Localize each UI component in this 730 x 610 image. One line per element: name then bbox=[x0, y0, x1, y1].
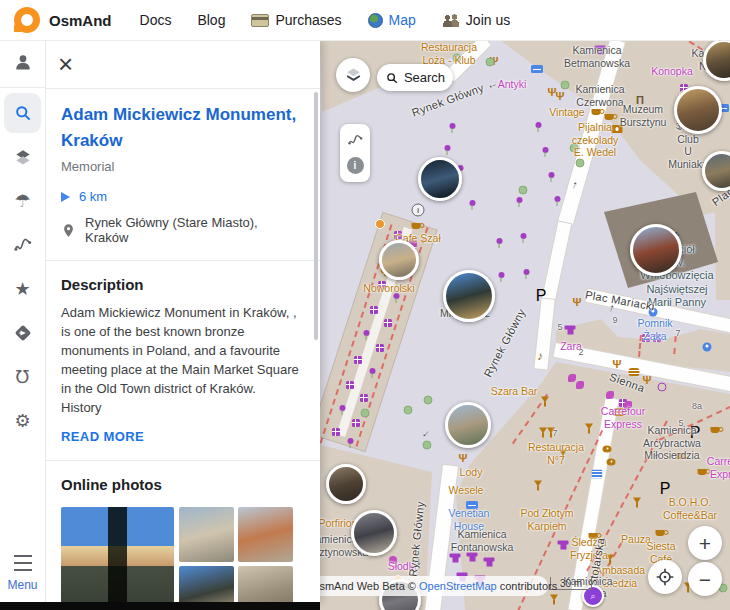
tracks-icon bbox=[13, 235, 33, 255]
sidebar-item-plan-route[interactable]: ℧ bbox=[0, 355, 45, 399]
zoom-in-button[interactable]: + bbox=[688, 526, 722, 560]
sidebar-item-navigation[interactable] bbox=[0, 311, 45, 355]
photo-thumbnail[interactable] bbox=[61, 507, 174, 602]
track-graph-icon[interactable] bbox=[347, 132, 364, 149]
nav-item-label: Docs bbox=[140, 12, 172, 28]
gear-icon: ⚙ bbox=[14, 412, 30, 430]
fork-icon: Ψ bbox=[556, 91, 565, 102]
map-canvas[interactable]: ΨΨΨΨΨΨΨΨΨPPP♪♪♪†Πi→→→→→Restauracja Loża … bbox=[320, 40, 730, 610]
flower-icon bbox=[449, 123, 456, 133]
photo-thumbnail[interactable] bbox=[238, 507, 293, 562]
photo-thumbnail[interactable] bbox=[179, 507, 234, 562]
flower-icon bbox=[520, 233, 527, 243]
flower-icon bbox=[444, 145, 451, 155]
bottom-strip bbox=[0, 602, 320, 610]
map-label: Rynek Główny bbox=[481, 306, 528, 379]
photo-marker[interactable] bbox=[379, 240, 419, 280]
nav-item-docs[interactable]: Docs bbox=[140, 12, 172, 28]
photo-thumbnail[interactable] bbox=[238, 566, 293, 602]
search-icon bbox=[13, 103, 33, 123]
tree-icon bbox=[486, 58, 495, 67]
nav-item-label: Join us bbox=[466, 12, 510, 28]
photo-marker[interactable] bbox=[445, 402, 491, 448]
map-label: Antyki bbox=[498, 78, 527, 91]
flower-icon bbox=[548, 172, 555, 182]
description-heading: Description bbox=[61, 276, 304, 293]
umbrella-icon: ☂ bbox=[14, 192, 30, 210]
info-icon: i bbox=[412, 204, 425, 217]
locate-me-button[interactable] bbox=[648, 560, 682, 594]
panel-scrollbar[interactable] bbox=[314, 92, 318, 340]
map-layers-button[interactable] bbox=[336, 58, 370, 92]
tree-icon bbox=[423, 441, 432, 450]
flower-icon bbox=[542, 147, 549, 157]
flower-icon bbox=[516, 197, 523, 207]
divider bbox=[45, 460, 320, 461]
info-button[interactable]: i bbox=[347, 157, 364, 174]
divider bbox=[45, 260, 320, 261]
nav-item-label: Blog bbox=[197, 12, 225, 28]
online-photos-heading: Online photos bbox=[61, 476, 304, 493]
zoom-out-button[interactable]: − bbox=[688, 562, 722, 596]
photo-marker[interactable] bbox=[326, 464, 366, 504]
sidebar-item-settings[interactable]: ⚙ bbox=[0, 399, 45, 443]
sidebar-item-tracks[interactable] bbox=[0, 223, 45, 267]
brand-name[interactable]: OsmAnd bbox=[49, 12, 112, 29]
openstreetmap-link[interactable]: OpenStreetMap bbox=[419, 580, 497, 592]
sidebar-item-account[interactable] bbox=[0, 40, 45, 84]
layers-icon bbox=[13, 147, 33, 167]
fork-icon: Ψ bbox=[459, 453, 468, 464]
poi-distance: 6 km bbox=[79, 189, 107, 204]
map-search-label: Search bbox=[404, 70, 445, 85]
osmand-web-app: OsmAnd DocsBlogPurchasesMapJoin us ☂★℧⚙ … bbox=[0, 0, 730, 610]
photo-marker[interactable] bbox=[674, 86, 722, 134]
photo-marker[interactable] bbox=[630, 224, 682, 276]
divider bbox=[0, 87, 45, 88]
menu-label[interactable]: Menu bbox=[0, 578, 45, 592]
map-street bbox=[534, 299, 554, 370]
map-search-button[interactable]: Search bbox=[377, 64, 453, 91]
magnet-icon: ℧ bbox=[16, 368, 30, 386]
panel-header: × bbox=[45, 40, 320, 89]
poi-address: Rynek Główny (Stare Miasto), Kraków bbox=[85, 215, 304, 245]
photo-thumbnail[interactable] bbox=[179, 566, 234, 602]
nav-item-blog[interactable]: Blog bbox=[197, 12, 225, 28]
map-street bbox=[541, 222, 570, 303]
flower-icon bbox=[496, 238, 503, 248]
direction-arrow-icon bbox=[61, 192, 70, 202]
sidebar-item-search[interactable] bbox=[0, 91, 45, 135]
globe-icon bbox=[368, 13, 383, 28]
sidebar-item-configure-map[interactable] bbox=[0, 135, 45, 179]
poi-category: Memorial bbox=[61, 159, 304, 174]
flower-icon bbox=[498, 272, 505, 282]
people-icon bbox=[442, 14, 460, 27]
location-pin-icon bbox=[61, 223, 76, 238]
person-icon bbox=[13, 52, 33, 72]
nav-items: DocsBlogPurchasesMapJoin us bbox=[140, 12, 537, 28]
fork-icon: Ψ bbox=[548, 87, 557, 98]
tree-icon bbox=[519, 186, 528, 195]
photo-marker[interactable] bbox=[351, 510, 397, 556]
map-attribution: OsmAnd Web Beta © OpenStreetMap contribu… bbox=[320, 576, 548, 596]
nav-item-join-us[interactable]: Join us bbox=[442, 12, 510, 28]
nav-item-purchases[interactable]: Purchases bbox=[251, 12, 341, 28]
photo-marker[interactable] bbox=[443, 270, 495, 322]
directions-icon bbox=[13, 323, 33, 343]
osmand-logo-icon[interactable] bbox=[14, 7, 40, 33]
search-result-panel: × Adam Mickiewicz Monument, Kraków Memor… bbox=[45, 40, 320, 602]
hamburger-menu-icon[interactable] bbox=[14, 555, 32, 571]
nav-item-map[interactable]: Map bbox=[368, 12, 416, 28]
map-label: Vintage bbox=[549, 106, 584, 119]
fork-icon: Ψ bbox=[573, 297, 582, 308]
read-more-link[interactable]: READ MORE bbox=[61, 429, 144, 444]
fork-icon: Ψ bbox=[490, 56, 499, 67]
sidebar-item-weather[interactable]: ☂ bbox=[0, 179, 45, 223]
sidebar-item-favorites[interactable]: ★ bbox=[0, 267, 45, 311]
tshirt-icon bbox=[450, 554, 461, 563]
map-label: Szara Bar bbox=[491, 385, 538, 398]
tree-icon bbox=[424, 396, 433, 405]
flower-icon bbox=[554, 196, 561, 206]
photo-marker[interactable] bbox=[418, 157, 462, 201]
description-text: Adam Mickiewicz Monument in Kraków, , is… bbox=[61, 303, 304, 417]
close-icon[interactable]: × bbox=[58, 51, 73, 77]
